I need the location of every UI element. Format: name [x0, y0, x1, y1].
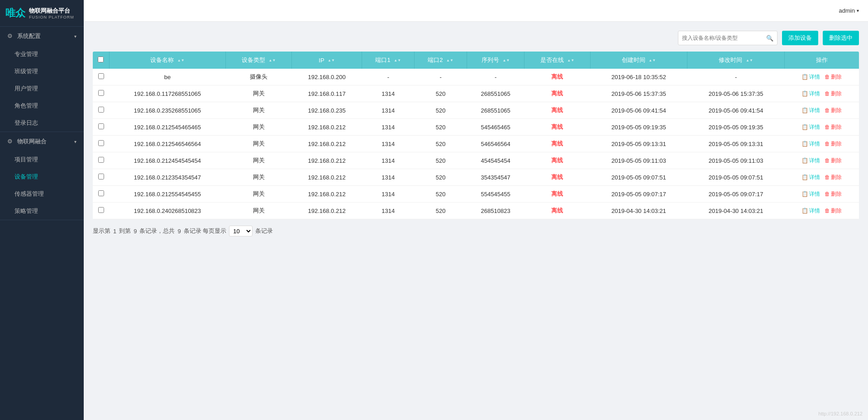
delete-button-6[interactable]: 🗑删除: [825, 174, 842, 181]
sidebar-section-iot-label: 物联网融合: [17, 138, 47, 145]
delete-button-3[interactable]: 🗑删除: [825, 123, 842, 131]
row-type-7: 网关: [226, 186, 291, 203]
sort-name-icon: ▲▼: [177, 59, 185, 62]
detail-button-5[interactable]: 📋详情: [801, 157, 820, 165]
pagination-end: 9: [134, 228, 137, 235]
row-action-4: 📋详情 🗑删除: [785, 136, 859, 152]
row-name-3: 192.168.0.212545465465: [109, 119, 226, 136]
col-online[interactable]: 是否在线 ▲▼: [525, 52, 590, 69]
col-action: 操作: [785, 52, 859, 69]
detail-button-3[interactable]: 📋详情: [801, 123, 820, 131]
sidebar-section-iot: ⚙ 物联网融合 ▾ 项目管理 设备管理 传感器管理 策略管理: [0, 132, 84, 220]
detail-icon-6: 📋: [801, 174, 808, 180]
row-modified-3: 2019-05-05 09:19:35: [687, 119, 785, 136]
search-input[interactable]: [682, 35, 764, 41]
sidebar-item-professional[interactable]: 专业管理: [0, 46, 84, 63]
delete-button-0[interactable]: 🗑删除: [825, 73, 842, 81]
row-modified-2: 2019-05-06 09:41:54: [687, 102, 785, 119]
row-name-1: 192.168.0.117268551065: [109, 85, 226, 102]
sidebar-item-login-log[interactable]: 登录日志: [0, 114, 84, 132]
delete-button-4[interactable]: 🗑删除: [825, 140, 842, 148]
row-port1-2: 1314: [362, 102, 415, 119]
page-size-select[interactable]: 102050100: [229, 226, 253, 236]
row-checkbox-input-1[interactable]: [98, 90, 104, 96]
row-type-5: 网关: [226, 152, 291, 169]
row-ip-0: 192.168.0.200: [291, 69, 362, 85]
row-port2-2: 520: [415, 102, 467, 119]
sidebar-section-iot-header[interactable]: ⚙ 物联网融合 ▾: [0, 132, 84, 151]
delete-button-7[interactable]: 🗑删除: [825, 190, 842, 198]
main-area: admin ▾ 🔍 添加设备 删除选中: [84, 0, 868, 420]
sort-online-icon: ▲▼: [567, 59, 574, 62]
sidebar-item-role[interactable]: 角色管理: [0, 97, 84, 114]
delete-button-8[interactable]: 🗑删除: [825, 207, 842, 215]
detail-icon-5: 📋: [801, 157, 808, 164]
col-created[interactable]: 创建时间 ▲▼: [590, 52, 687, 69]
detail-button-2[interactable]: 📋详情: [801, 107, 820, 114]
select-all-checkbox[interactable]: [98, 57, 104, 62]
row-port1-1: 1314: [362, 85, 415, 102]
row-created-5: 2019-05-05 09:11:03: [590, 152, 687, 169]
row-action-2: 📋详情 🗑删除: [785, 102, 859, 119]
toolbar: 🔍 添加设备 删除选中: [93, 31, 859, 45]
row-modified-7: 2019-05-05 09:07:17: [687, 186, 785, 203]
delete-selected-button[interactable]: 删除选中: [823, 31, 859, 45]
detail-button-0[interactable]: 📋详情: [801, 73, 820, 81]
pagination-to: 到第: [119, 227, 131, 235]
sidebar-section-system: ⚙ 系统配置 ▾ 专业管理 班级管理 用户管理 角色管理 登录日志: [0, 27, 84, 132]
sidebar-item-class[interactable]: 班级管理: [0, 63, 84, 80]
search-icon[interactable]: 🔍: [766, 35, 773, 42]
table-row: be 摄像头 192.168.0.200 - - - 离线 2019-06-18…: [93, 69, 859, 85]
detail-icon-4: 📋: [801, 141, 808, 147]
sidebar-item-project[interactable]: 项目管理: [0, 151, 84, 168]
row-port2-7: 520: [415, 186, 467, 203]
sidebar-item-sensor[interactable]: 传感器管理: [0, 185, 84, 203]
row-checkbox-input-2[interactable]: [98, 107, 104, 113]
detail-button-8[interactable]: 📋详情: [801, 207, 820, 215]
delete-button-5[interactable]: 🗑删除: [825, 157, 842, 165]
row-modified-5: 2019-05-05 09:11:03: [687, 152, 785, 169]
delete-button-1[interactable]: 🗑删除: [825, 90, 842, 98]
detail-button-4[interactable]: 📋详情: [801, 140, 820, 148]
logo-subtitle: FUSION PLATFORM: [29, 15, 74, 19]
chevron-down-icon: ▾: [74, 34, 76, 39]
col-ip[interactable]: IP ▲▼: [291, 52, 362, 69]
row-type-2: 网关: [226, 102, 291, 119]
add-device-button[interactable]: 添加设备: [782, 31, 818, 45]
sidebar-item-device[interactable]: 设备管理: [0, 168, 84, 185]
col-modified[interactable]: 修改时间 ▲▼: [687, 52, 785, 69]
sidebar-item-user[interactable]: 用户管理: [0, 80, 84, 97]
table-row: 192.168.0.212354354547 网关 192.168.0.212 …: [93, 169, 859, 186]
delete-button-2[interactable]: 🗑删除: [825, 107, 842, 114]
row-online-3: 离线: [525, 119, 590, 136]
row-checkbox-input-3[interactable]: [98, 123, 104, 129]
col-port2[interactable]: 端口2 ▲▼: [415, 52, 467, 69]
delete-icon-7: 🗑: [825, 191, 830, 197]
detail-button-6[interactable]: 📋详情: [801, 174, 820, 181]
sort-ip-icon: ▲▼: [328, 59, 335, 62]
row-checkbox-input-5[interactable]: [98, 157, 104, 163]
row-checkbox-input-7[interactable]: [98, 190, 104, 196]
sidebar-item-strategy[interactable]: 策略管理: [0, 203, 84, 220]
col-port1[interactable]: 端口1 ▲▼: [362, 52, 415, 69]
row-checkbox-input-8[interactable]: [98, 207, 104, 213]
row-checkbox-input-6[interactable]: [98, 174, 104, 179]
table-header-row: 设备名称 ▲▼ 设备类型 ▲▼ IP ▲▼ 端口1: [93, 52, 859, 69]
detail-button-7[interactable]: 📋详情: [801, 190, 820, 198]
col-name[interactable]: 设备名称 ▲▼: [109, 52, 226, 69]
pagination-records: 条记录，总共: [139, 227, 175, 235]
pagination-bar: 显示第 1 到第 9 条记录，总共 9 条记录 每页显示 102050100 条…: [93, 226, 859, 236]
delete-icon-4: 🗑: [825, 141, 830, 147]
row-type-8: 网关: [226, 203, 291, 219]
row-checkbox-input-4[interactable]: [98, 140, 104, 146]
col-serial[interactable]: 序列号 ▲▼: [467, 52, 524, 69]
col-type[interactable]: 设备类型 ▲▼: [226, 52, 291, 69]
sidebar-section-system-header[interactable]: ⚙ 系统配置 ▾: [0, 27, 84, 46]
row-checkbox-input-0[interactable]: [98, 73, 104, 79]
detail-button-1[interactable]: 📋详情: [801, 90, 820, 98]
user-menu[interactable]: admin ▾: [839, 7, 859, 14]
sort-type-icon: ▲▼: [268, 59, 276, 62]
row-ip-3: 192.168.0.212: [291, 119, 362, 136]
row-online-8: 离线: [525, 203, 590, 219]
row-ip-1: 192.168.0.117: [291, 85, 362, 102]
